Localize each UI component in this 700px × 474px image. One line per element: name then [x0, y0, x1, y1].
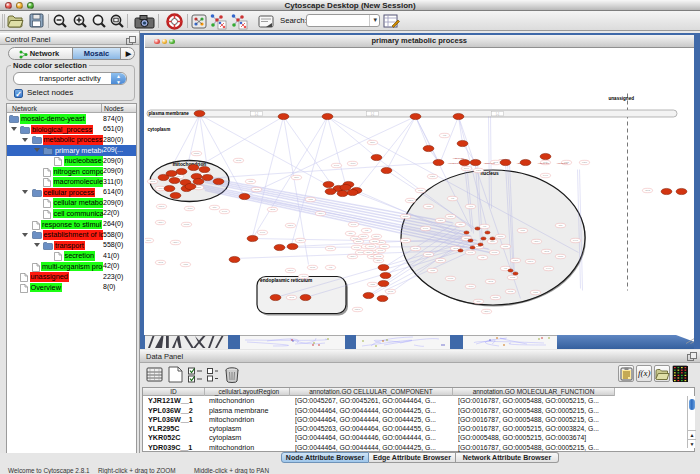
- svg-text:Lsc2: Lsc2: [403, 239, 408, 241]
- svg-text:Qcr2: Qcr2: [289, 296, 295, 298]
- svg-text:Pyc1: Pyc1: [260, 231, 266, 233]
- svg-text:Pyc1: Pyc1: [573, 239, 579, 241]
- svg-text:Qcr2: Qcr2: [453, 247, 459, 249]
- svg-text:cytoplasm: cytoplasm: [147, 127, 170, 132]
- svg-text:Qcr2: Qcr2: [645, 189, 651, 191]
- svg-text:Ndi1: Ndi1: [490, 240, 495, 242]
- svg-text:Pyc1: Pyc1: [543, 174, 549, 176]
- svg-text:plasma membrane: plasma membrane: [148, 111, 189, 116]
- svg-text:YDR046C: YDR046C: [483, 161, 494, 164]
- svg-text:Mae1: Mae1: [373, 235, 379, 237]
- svg-text:Fum1: Fum1: [491, 251, 497, 253]
- svg-text:[--]: [--]: [254, 111, 257, 115]
- svg-text:Pyc1: Pyc1: [334, 164, 340, 166]
- svg-text:[--]: [--]: [370, 111, 373, 115]
- svg-text:Cox5: Cox5: [412, 247, 418, 249]
- svg-text:Cox5: Cox5: [235, 159, 241, 161]
- svg-text:Kgd1: Kgd1: [437, 219, 443, 221]
- svg-text:Mdh1: Mdh1: [492, 296, 498, 298]
- svg-text:Pyc1: Pyc1: [423, 227, 429, 229]
- svg-text:Rip1: Rip1: [382, 245, 387, 247]
- svg-text:Qcr2: Qcr2: [254, 188, 260, 190]
- svg-text:Sxc1: Sxc1: [464, 167, 470, 169]
- svg-text:YDR4: YDR4: [349, 255, 356, 257]
- svg-text:Qcr2: Qcr2: [544, 250, 550, 252]
- svg-text:Kgd1: Kgd1: [429, 175, 435, 177]
- svg-text:Mdh1: Mdh1: [193, 152, 199, 154]
- svg-text:Cyb2: Cyb2: [507, 290, 513, 292]
- svg-text:Atp16: Atp16: [467, 285, 473, 287]
- svg-text:Cox5: Cox5: [387, 290, 393, 292]
- svg-text:Mae1: Mae1: [287, 269, 293, 271]
- svg-text:YOR348C: YOR348C: [452, 156, 464, 159]
- svg-text:Pyc1: Pyc1: [351, 223, 357, 225]
- svg-text:YDR4: YDR4: [172, 241, 179, 243]
- svg-text:YDR4: YDR4: [533, 240, 540, 242]
- svg-text:Pyc1: Pyc1: [546, 267, 552, 269]
- svg-text:Aco1: Aco1: [468, 205, 474, 207]
- svg-text:Mdh1: Mdh1: [402, 215, 408, 217]
- svg-text:[--]: [--]: [495, 111, 498, 115]
- svg-text:YGR191W: YGR191W: [537, 161, 550, 164]
- svg-text:Cox5: Cox5: [309, 266, 315, 268]
- svg-text:YDR4: YDR4: [157, 187, 164, 189]
- svg-text:YPL265W: YPL265W: [556, 161, 568, 164]
- svg-text:Pyc1: Pyc1: [358, 251, 364, 253]
- svg-text:Pyc1: Pyc1: [354, 246, 360, 248]
- svg-text:Sdh1: Sdh1: [437, 259, 443, 261]
- svg-text:Atp16: Atp16: [349, 162, 355, 164]
- svg-text:Lsc2: Lsc2: [418, 189, 423, 191]
- svg-text:Pyc1: Pyc1: [378, 249, 384, 251]
- svg-text:Qcr2: Qcr2: [270, 208, 276, 210]
- svg-text:Sdh1: Sdh1: [355, 240, 361, 242]
- svg-text:Qcr2: Qcr2: [372, 240, 378, 242]
- svg-text:Fum1: Fum1: [183, 223, 189, 225]
- svg-text:Qcr2: Qcr2: [488, 280, 494, 282]
- svg-text:unassigned: unassigned: [608, 95, 634, 100]
- svg-text:Mae1: Mae1: [407, 199, 413, 201]
- svg-text:Mae1: Mae1: [360, 235, 366, 237]
- svg-text:Atp16: Atp16: [186, 207, 192, 209]
- svg-text:Mae1: Mae1: [158, 205, 164, 207]
- svg-text:Cyb2: Cyb2: [509, 276, 515, 278]
- svg-text:YDR4: YDR4: [297, 239, 304, 241]
- svg-text:Atp16: Atp16: [367, 245, 373, 247]
- svg-text:Ndi1: Ndi1: [294, 176, 299, 178]
- svg-text:YDR4: YDR4: [365, 251, 372, 253]
- svg-text:Mae1: Mae1: [527, 260, 533, 262]
- svg-text:YDR4: YDR4: [157, 221, 164, 223]
- svg-text:Kgd1: Kgd1: [447, 215, 453, 217]
- svg-text:Pyc1: Pyc1: [222, 210, 228, 212]
- svg-text:YDR4: YDR4: [317, 212, 324, 214]
- svg-text:Ndi1: Ndi1: [370, 141, 375, 143]
- svg-text:Qcr2: Qcr2: [150, 180, 156, 182]
- svg-text:Mdh1: Mdh1: [425, 253, 431, 255]
- svg-text:Fum1: Fum1: [447, 277, 453, 279]
- svg-text:Pyc1: Pyc1: [328, 247, 334, 249]
- svg-text:Qcr2: Qcr2: [158, 261, 164, 263]
- svg-text:Kgd1: Kgd1: [475, 169, 481, 171]
- svg-text:Lsc2: Lsc2: [503, 245, 508, 247]
- svg-text:YKL217W: YKL217W: [447, 161, 459, 164]
- svg-text:YDR4: YDR4: [375, 259, 382, 261]
- svg-text:Sdh1: Sdh1: [195, 186, 201, 188]
- svg-text:Cyb2: Cyb2: [375, 255, 381, 257]
- svg-text:Mae1: Mae1: [354, 308, 360, 310]
- svg-text:Lsc2: Lsc2: [533, 291, 538, 293]
- svg-text:Rip1: Rip1: [146, 239, 151, 241]
- svg-text:Pyc1: Pyc1: [468, 251, 474, 253]
- svg-text:Atp16: Atp16: [300, 275, 306, 277]
- svg-text:Mdh1: Mdh1: [497, 235, 503, 237]
- svg-text:Kgd1: Kgd1: [512, 259, 518, 261]
- svg-text:Kgd1: Kgd1: [581, 161, 587, 163]
- svg-text:Mdh1: Mdh1: [557, 255, 563, 257]
- svg-text:YDR4: YDR4: [483, 310, 490, 312]
- svg-text:Mae1: Mae1: [287, 224, 293, 226]
